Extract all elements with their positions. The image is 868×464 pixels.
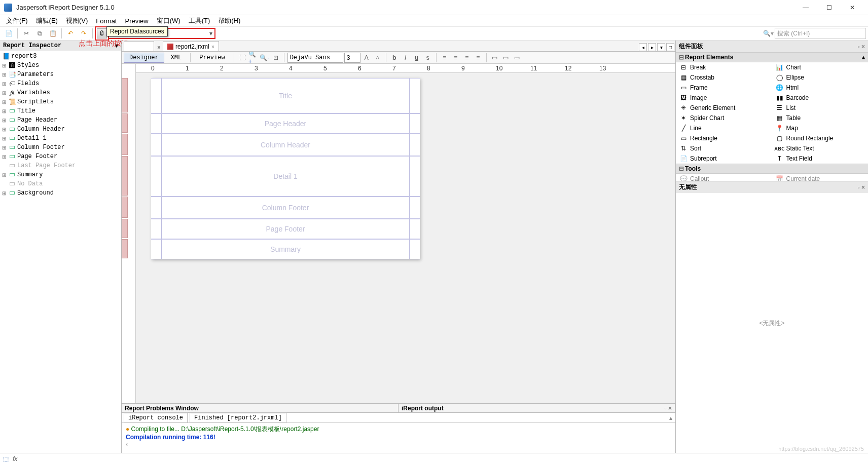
expand-icon[interactable]: ⊞ [1,63,7,68]
align-right-icon[interactable]: ≡ [462,53,472,63]
align-left-icon[interactable]: ≡ [440,53,450,63]
status-icon-1[interactable]: ⬚ [3,455,9,462]
console-tab[interactable]: iReport console [124,413,188,423]
palette-cat-report-elements[interactable]: ⊟ Report Elements ▴ [676,52,868,62]
palette-cat-tools[interactable]: ⊟ Tools [676,164,868,174]
valign-bottom-icon[interactable]: ▭ [512,53,522,63]
palette-item-frame[interactable]: ▭Frame [676,83,772,93]
palette-item-barcode[interactable]: ▮▮Barcode [772,93,869,103]
band-detail-1[interactable]: Detail 1 [151,156,420,197]
tree-root[interactable]: 📘 report3 [0,52,121,61]
zoom-in-icon[interactable]: 🔍+ [248,53,259,63]
undo-icon[interactable]: ↶ [64,27,77,40]
bold-icon[interactable]: b [389,53,400,63]
align-center-icon[interactable]: ≡ [451,53,461,63]
expand-icon[interactable]: ⊞ [1,136,7,141]
tab-close-icon[interactable]: × [211,44,214,50]
underline-icon[interactable]: u [412,53,422,63]
menu-tools[interactable]: 工具(T) [185,15,214,26]
tab-close-icon[interactable]: × [157,44,161,51]
expand-icon[interactable]: ⊞ [1,90,7,96]
palette-item-chart[interactable]: 📊Chart [772,62,869,72]
tree-node[interactable]: ⊞📑Parameters [0,70,121,79]
tree-node[interactable]: ⊞Background [0,188,121,198]
tree-node[interactable]: ⊞Title [0,106,121,115]
mode-preview[interactable]: Preview [194,53,230,63]
inspector-tree[interactable]: 📘 report3 ⊞🅰Styles⊞📑Parameters⊞🏷Fields⊞𝑓… [0,51,121,453]
copy-icon[interactable]: ⧉ [33,27,46,40]
mode-designer[interactable]: Designer [124,53,164,63]
palette-item-map[interactable]: 📍Map [772,123,869,133]
tree-node[interactable]: ⊞𝑓xVariables [0,88,121,97]
menu-preview[interactable]: Preview [121,16,152,26]
problems-tab[interactable]: Report Problems Window [122,404,399,412]
palette-item-rectangle[interactable]: ▭Rectangle [676,133,772,143]
report-page[interactable]: TitlePage HeaderColumn HeaderDetail 1Col… [151,78,420,259]
tree-node[interactable]: ⊞🅰Styles [0,61,121,70]
expand-icon[interactable]: ⊞ [1,72,7,78]
expand-icon[interactable]: ⊞ [1,154,7,160]
palette-item-ellipse[interactable]: ◯Ellipse [772,72,869,83]
palette-item-callout[interactable]: 💬Callout [676,174,772,181]
palette-item-static-text[interactable]: ᴀʙᴄStatic Text [772,143,869,153]
palette-item-break[interactable]: ⊟Break [676,62,772,72]
panel-controls-icon[interactable]: ▫ × [857,184,865,191]
tab-list-icon[interactable]: ▾ [657,43,665,51]
palette-item-text-field[interactable]: TText Field [772,153,869,164]
zoom-out-icon[interactable]: 🔍- [260,53,270,63]
palette-item-generic-element[interactable]: ✳Generic Element [676,103,772,113]
new-file-icon[interactable]: 📄 [3,27,15,40]
align-justify-icon[interactable]: ≡ [473,53,483,63]
tree-node[interactable]: ⊞Page Header [0,115,121,125]
band-column-header[interactable]: Column Header [151,134,420,156]
expand-icon[interactable]: ⊞ [1,108,7,114]
expand-icon[interactable]: ⊞ [1,81,7,87]
status-icon-2[interactable]: fx [13,455,17,462]
palette-item-sort[interactable]: ⇅Sort [676,143,772,153]
band-page-footer[interactable]: Page Footer [151,219,420,239]
font-combo[interactable] [287,53,343,63]
expand-icon[interactable]: ⊞ [1,190,7,196]
tab-prev-icon[interactable]: ◂ [639,43,647,51]
palette-item-crosstab[interactable]: ▦Crosstab [676,72,772,83]
palette-item-table[interactable]: ▦Table [772,113,869,123]
menu-window[interactable]: 窗口(W) [153,15,185,26]
cut-icon[interactable]: ✂ [20,27,32,40]
expand-icon[interactable]: ⊞ [1,172,7,178]
menu-format[interactable]: Format [92,16,121,26]
font-decrease-icon[interactable]: A [373,53,383,63]
canvas-scroll[interactable]: 012345678910111213 TitlePage HeaderColum… [136,64,675,403]
tab-hidden[interactable] [124,41,154,51]
chevron-up-icon[interactable]: ▴ [862,54,865,61]
menu-edit[interactable]: 编辑(E) [32,15,62,26]
font-size-combo[interactable] [344,53,360,63]
paste-icon[interactable]: 📋 [47,27,59,40]
panel-controls-icon[interactable]: ▫ × [857,43,865,50]
search-input[interactable]: 搜索 (Ctrl+I) [775,28,866,39]
tree-node[interactable]: ⊞📜Scriptlets [0,97,121,106]
band-summary[interactable]: Summary [151,239,420,259]
tree-node[interactable]: No Data [0,179,121,188]
panel-controls-icon[interactable]: ▫ × [664,405,672,412]
palette-item-list[interactable]: ☰List [772,103,869,113]
palette-item-subreport[interactable]: 📄Subreport [676,153,772,164]
tree-node[interactable]: ⊞Column Footer [0,143,121,152]
menu-file[interactable]: 文件(F) [2,15,32,26]
band-page-header[interactable]: Page Header [151,113,420,134]
output-tab[interactable]: iReport output ▫ × [399,404,675,412]
zoom-fit-icon[interactable]: ⛶ [237,53,247,63]
valign-middle-icon[interactable]: ▭ [501,53,511,63]
menu-help[interactable]: 帮助(H) [214,15,244,26]
tree-node[interactable]: ⊞🏷Fields [0,79,121,88]
strike-icon[interactable]: s [423,53,433,63]
band-title[interactable]: Title [151,78,420,113]
expand-icon[interactable]: ⊞ [1,99,7,105]
palette-item-image[interactable]: 🖼Image [676,93,772,103]
maximize-editor-icon[interactable]: □ [666,43,674,51]
redo-icon[interactable]: ↷ [78,27,90,40]
palette-item-html[interactable]: 🌐Html [772,83,869,93]
tree-node[interactable]: ⊞Detail 1 [0,134,121,143]
maximize-button[interactable]: ☐ [817,0,841,15]
band-column-footer[interactable]: Column Footer [151,197,420,219]
font-increase-icon[interactable]: A [361,53,372,63]
